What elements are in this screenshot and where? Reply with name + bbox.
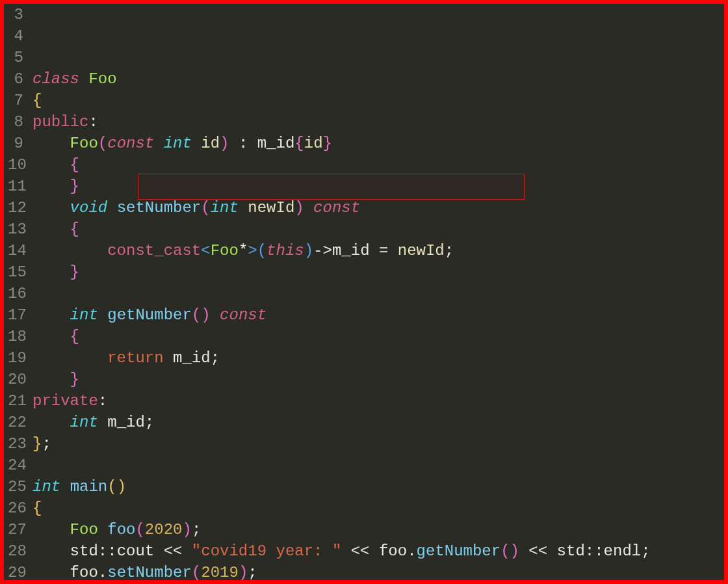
code-token: m_id (173, 349, 211, 367)
code-token: std (557, 542, 585, 560)
code-token: * (239, 242, 248, 259)
code-token: } (70, 371, 79, 388)
code-line[interactable]: std::cout << "covid19 year: " << foo.get… (32, 540, 724, 562)
code-token (32, 263, 70, 281)
code-token: ) (239, 564, 248, 580)
line-number: 23 (8, 433, 26, 455)
code-token: { (32, 92, 42, 109)
code-token: : (229, 135, 257, 152)
code-token: ; (211, 349, 220, 367)
line-number: 26 (8, 498, 26, 519)
code-token: int (164, 135, 192, 152)
code-token (164, 349, 173, 367)
code-token (154, 135, 163, 152)
code-token: > (248, 242, 257, 259)
code-token: << (341, 542, 379, 560)
code-token: newId (248, 199, 294, 217)
code-token (211, 306, 220, 324)
code-token: const (220, 306, 266, 324)
line-number: 25 (8, 476, 26, 498)
code-token: int (70, 306, 98, 324)
line-number: 16 (8, 283, 26, 304)
code-token: ; (445, 242, 454, 259)
code-line[interactable] (32, 283, 724, 304)
code-token (32, 521, 70, 538)
code-editor[interactable]: 3456789101112131415161718192021222324252… (4, 4, 724, 580)
line-number: 5 (8, 47, 26, 68)
code-token: endl (604, 542, 642, 560)
code-token (79, 70, 88, 88)
code-token: ) (304, 242, 313, 259)
code-token: ; (248, 564, 257, 580)
code-token: << (154, 542, 192, 560)
code-token: Foo (70, 521, 98, 538)
code-token: main (70, 478, 108, 496)
line-number: 22 (8, 412, 26, 433)
code-line[interactable]: { (32, 90, 724, 111)
code-line[interactable]: } (32, 176, 724, 197)
code-line[interactable]: { (32, 326, 724, 347)
line-number: 19 (8, 347, 26, 369)
code-token: const (313, 199, 360, 217)
line-number: 21 (8, 390, 26, 412)
code-line[interactable]: } (32, 261, 724, 283)
code-token (32, 328, 70, 345)
code-token: 2020 (145, 521, 183, 538)
code-token: foo (70, 564, 98, 580)
line-number: 13 (8, 219, 26, 240)
code-token: int (70, 414, 98, 431)
line-number: 4 (8, 25, 26, 47)
code-line[interactable]: Foo foo(2020); (32, 519, 724, 540)
line-number: 29 (8, 562, 26, 580)
line-number: 17 (8, 304, 26, 326)
line-number: 10 (8, 154, 26, 176)
code-token: const (107, 135, 154, 152)
code-line[interactable]: int m_id; (32, 412, 724, 433)
code-area[interactable]: class Foo{public: Foo(const int id) : m_… (32, 4, 724, 580)
code-line[interactable]: class Foo (32, 68, 724, 90)
code-line[interactable]: } (32, 369, 724, 390)
code-token: ( (192, 564, 201, 580)
code-token: ; (192, 521, 201, 538)
code-line[interactable]: int main() (32, 476, 724, 498)
code-token: foo (379, 542, 407, 560)
code-token (32, 306, 70, 324)
code-token (32, 199, 70, 217)
code-token (304, 199, 313, 217)
code-token: m_id (257, 135, 295, 152)
code-token: Foo (88, 70, 116, 88)
code-token (32, 156, 70, 174)
code-line[interactable]: { (32, 498, 724, 519)
code-line[interactable]: return m_id; (32, 347, 724, 369)
code-token: : (98, 392, 107, 410)
code-line[interactable] (32, 455, 724, 476)
code-line[interactable]: foo.setNumber(2019); (32, 562, 724, 580)
code-line[interactable]: { (32, 219, 724, 240)
code-token: . (407, 542, 416, 560)
code-line[interactable]: void setNumber(int newId) const (32, 197, 724, 219)
code-token (32, 414, 70, 431)
code-token: :: (98, 542, 117, 560)
code-line[interactable]: const_cast<Foo*>(this)->m_id = newId; (32, 240, 724, 261)
code-token: ) (294, 199, 304, 217)
code-line[interactable]: private: (32, 390, 724, 412)
code-token (32, 135, 70, 152)
line-number: 3 (8, 4, 26, 25)
code-token: this (266, 242, 304, 259)
code-token: void (70, 199, 108, 217)
code-line[interactable]: int getNumber() const (32, 304, 724, 326)
code-token (60, 478, 70, 496)
code-token: . (98, 564, 107, 580)
code-token: ) (117, 478, 126, 496)
code-line[interactable]: }; (32, 433, 724, 455)
line-number: 11 (8, 176, 26, 197)
code-token: "covid19 year: " (192, 542, 341, 560)
code-token: m_id (107, 414, 145, 431)
code-line[interactable]: public: (32, 111, 724, 133)
code-token: private (32, 392, 98, 410)
code-line[interactable]: { (32, 154, 724, 176)
code-line[interactable]: Foo(const int id) : m_id{id} (32, 133, 724, 154)
code-token: class (32, 70, 79, 88)
line-number: 12 (8, 197, 26, 219)
code-token (32, 178, 70, 195)
